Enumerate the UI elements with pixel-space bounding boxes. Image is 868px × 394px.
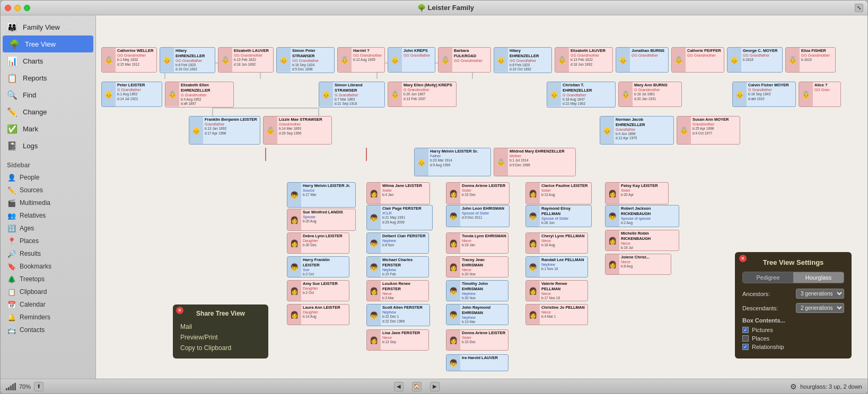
settings-tab-hourglass[interactable]: Hourglass — [793, 272, 844, 283]
settings-checkbox-pictures[interactable]: ✓ Pictures — [742, 327, 844, 333]
places-checkbox[interactable] — [742, 335, 749, 342]
person-card-michael-ferster[interactable]: 👦 Michael Charles FERSTER Nephew b:15 Fe… — [366, 256, 429, 277]
person-card-robert-rickenbaugh[interactable]: 👦 Robert Jackson RICKENBAUGH Spouse of s… — [605, 205, 679, 227]
person-card-george-moyer[interactable]: 👴 George C. MOYER GG Grandfather b:1816 — [727, 47, 783, 73]
settings-tab-pedigree[interactable]: Pedigree — [743, 272, 793, 283]
person-card-timothy-ehrisman[interactable]: 👦 Timothy John EHRISMAN Nephew b:20 Nov — [446, 280, 508, 301]
person-card-lisa-ferster[interactable]: 👩 Lisa Jane FERSTER Niece b:13 Sep — [366, 329, 429, 351]
person-card-simon-strawser[interactable]: 👴 Simon Peter STRAWSER GG Grandfather b:… — [276, 47, 335, 73]
settings-ancestors-select[interactable]: 3 generations 2 generations 4 generation… — [796, 289, 844, 299]
person-card-alice[interactable]: 👵 Alice ? GG Gran — [799, 82, 841, 107]
person-card-amy-leister[interactable]: 👩 Amy Sue LEISTER Daughter b:2 Oct — [287, 280, 349, 301]
sidebar-item-sources[interactable]: ✏️ Sources — [1, 184, 95, 196]
person-card-john-kreps[interactable]: 👴 John KREPS GG Grandfather — [388, 47, 435, 73]
person-card-harry-leister-jr[interactable]: 👦 Harry Melvin LEISTER Jr. Source b:17 M… — [287, 182, 356, 208]
person-card-franklin-leister[interactable]: 👴 Franklin Benjamin LEISTER Grandfather … — [189, 116, 260, 145]
sidebar-item-find[interactable]: 🔍 Find — [1, 86, 95, 103]
person-card-donna-leister[interactable]: 👩 Donna Arlene LEISTER Sister b:15 Dec — [446, 182, 510, 204]
person-card-catherie-peiffer[interactable]: 👵 Catherie PEIFFER GG Grandmother — [671, 47, 724, 73]
tree-area[interactable]: .pc-box { position: absolute; border-rad… — [96, 15, 867, 379]
person-card-mary-ann-burns[interactable]: 👵 Mary Ann BURNS G Grandmother b:18 Jul … — [618, 82, 682, 107]
settings-descendants-select[interactable]: 2 generations 1 generation 3 generations — [796, 303, 844, 313]
person-card-susan-moyer[interactable]: 👵 Susan Ann MOYER Grandmother b:25 Apr 1… — [677, 116, 740, 145]
person-card-christian-ehrenzeller[interactable]: 👴 Christian T. EHRENZELLER G Grandfather… — [547, 82, 616, 108]
sidebar-item-people[interactable]: 👤 People — [1, 171, 95, 184]
person-card-calvin-moyer[interactable]: 👴 Calvin Fisher MOYER G Grandfather b:18… — [732, 82, 796, 107]
person-card-eliza-fisher[interactable]: 👵 Eliza FISHER GG Grandmother b:1819 — [785, 47, 836, 73]
share-item-copy[interactable]: Copy to Clipboard — [180, 343, 261, 353]
person-card-norman-ehrenzeller[interactable]: 👴 Norman Jacob EHRENZELLER Grandfather b… — [600, 116, 674, 145]
sidebar-item-calendar[interactable]: 📅 Calendar — [1, 298, 95, 311]
person-card-clarice-leister[interactable]: 👩 Clarice Pauline LEISTER Sister b:13 Au… — [525, 182, 592, 204]
sidebar-item-reports[interactable]: 📋 Reports — [1, 69, 95, 86]
person-card-raymond-pellman[interactable]: 👦 Raymond Elroy PELLMAN Spouse of Sister… — [525, 205, 592, 227]
settings-popup-close[interactable]: ✕ — [739, 255, 747, 262]
share-item-preview[interactable]: Preview/Print — [180, 332, 261, 343]
person-card-laura-leister[interactable]: 👩 Laura Ann LEISTER Daughter b:14 Aug — [287, 304, 349, 325]
person-card-john-raymond-ehrisman[interactable]: 👦 John Raymond EHRISMAN Nephew b:13 Mar — [446, 304, 508, 325]
person-card-catherine-weller[interactable]: 👵 Catherine WELLER GG Grandmother b:1 Ma… — [101, 47, 157, 73]
person-card-jolene[interactable]: 👩 Jolene Christ... Niece b:8 Aug — [605, 254, 671, 275]
relationship-checkbox[interactable]: ✓ — [742, 344, 749, 350]
sidebar-item-places[interactable]: 📍 Places — [1, 235, 95, 247]
share-popup-close[interactable]: ✕ — [176, 307, 183, 314]
maximize-button[interactable] — [24, 5, 30, 11]
person-card-harriet[interactable]: 👵 Harriet ? GG Grandmother b:12 Aug 1905 — [337, 47, 385, 73]
sidebar-item-bookmarks[interactable]: 🔖 Bookmarks — [1, 260, 95, 273]
share-button[interactable]: ⬆ — [34, 382, 43, 391]
person-card-hilary-ehrenzeller-1[interactable]: 👴 Hilary EHRENZELLER GG Grandfather b:8 … — [160, 47, 215, 73]
minimize-button[interactable] — [14, 5, 21, 11]
person-card-hilary-ehrenzeller-2[interactable]: 👴 Hilary EHRENZELLER GG Grandfather b:8 … — [494, 47, 552, 73]
sidebar-item-results[interactable]: 🔎 Results — [1, 247, 95, 260]
settings-checkbox-places[interactable]: Places — [742, 335, 844, 342]
person-card-simon-librand[interactable]: 👴 Simon Librand STRAWSER G Grandfather b… — [319, 82, 385, 108]
share-item-mail[interactable]: Mail — [180, 321, 261, 332]
person-card-peter-leister[interactable]: 👴 Peter LEISTER G Grandfather b:1 Aug 18… — [101, 82, 162, 107]
person-card-randall-pellman[interactable]: 👦 Randall Lee PELLMAN Nephew b:1 Nov 19 — [525, 256, 588, 277]
person-card-cheryl-pellman[interactable]: 👩 Cheryl Lynn PELLMAN Niece b:16 Aug — [525, 232, 588, 254]
person-card-clair-ferster[interactable]: 👦 Clair Page FERSTER #CLR b:21 May 1931 … — [366, 205, 433, 230]
person-card-mary-ellen-kreps[interactable]: 👵 Mary Ellen (Molly) KREPS G Grandmother… — [388, 82, 457, 107]
person-card-sue-landis[interactable]: 👩 Sue Winifred LANDIS Spouse b:20 Aug — [287, 209, 356, 231]
sidebar-item-clipboard[interactable]: 📋 Clipboard — [1, 285, 95, 298]
person-card-harry-leister-sr[interactable]: 👴 Harry Melvin LEISTER Sr. Father b:23 M… — [414, 148, 491, 176]
sidebar-item-logs[interactable]: 📓 Logs — [1, 137, 95, 154]
sidebar-item-family-view[interactable]: 👨‍👩‍👧 Family View — [1, 19, 95, 35]
person-card-scott-ferster[interactable]: 👦 Scott Allen FERSTER Nephew b:22 Dec 1 … — [366, 304, 430, 326]
person-card-lizzie-strawser[interactable]: 👵 Lizzie Mae STRAWSER Grandmother b:14 M… — [263, 116, 332, 145]
person-card-tonda-ehrisman[interactable]: 👩 Tonda Lynn EHRISMAN Niece b:19 Jan — [446, 232, 508, 254]
nav-home-button[interactable]: 🏠 — [412, 382, 422, 391]
nav-back-button[interactable]: ◀ — [394, 382, 404, 391]
person-card-louann-ferster[interactable]: 👩 LouAnn Renee FERSTER Niece b:3 Mar — [366, 280, 429, 301]
sidebar-item-reminders[interactable]: 🔔 Reminders — [1, 311, 95, 324]
window-resize-button[interactable]: ⤡ — [855, 4, 863, 12]
sidebar-item-charts[interactable]: 📊 Charts — [1, 52, 95, 69]
person-card-elizabeth-lauver-1[interactable]: 👵 Elizabeth LAUVER GG Grandmother b:13 F… — [218, 47, 274, 73]
sidebar-item-tree-view[interactable]: 🌳 Tree View — [3, 35, 93, 52]
person-card-mildred-ehrenzeller[interactable]: 👵 Mildred Mary EHRENZELLER Mother b:1 Ju… — [494, 148, 576, 176]
close-button[interactable] — [5, 5, 11, 11]
sidebar-item-treetops[interactable]: 🌲 Treetops — [1, 273, 95, 285]
sidebar-item-change[interactable]: ✏️ Change — [1, 103, 95, 120]
sidebar-item-ages[interactable]: 🔢 Ages — [1, 222, 95, 235]
person-card-barbara-fulkroad[interactable]: 👵 Barbara FULKROAD GG Grandmother — [438, 47, 491, 73]
person-card-john-ehrisman[interactable]: 👦 John Leon EHRISMAN Spouse of Sister d:… — [446, 205, 510, 227]
person-card-elizabeth-lauver-2[interactable]: 👵 Elizabeth LAUVER GG Grandmother b:13 F… — [555, 47, 613, 73]
person-card-delbert-ferster[interactable]: 👦 Delbert Clair FERSTER Nephew b:8 Nov — [366, 232, 429, 254]
person-card-valerie-pellman[interactable]: 👩 Valerie Renee PELLMAN Niece b:17 Nov 1… — [525, 280, 588, 301]
person-card-harry-franklin[interactable]: 👦 Harry Franklin LEISTER Son b:2 Oct — [287, 256, 349, 277]
person-card-wilma-leister[interactable]: 👩 Wilma Jane LEISTER Sister b:4 Jan — [366, 182, 430, 204]
person-card-tracey-ehrisman[interactable]: 👩 Tracey Jean EHRISMAN Niece b:20 Nov — [446, 256, 508, 277]
person-card-jonathan-burns[interactable]: 👴 Jonathan BURNS GG Grandfather — [616, 47, 669, 73]
person-card-donna-leister-2[interactable]: 👩 Donna Arlene LEISTER Sister b:15 Dec — [446, 329, 508, 351]
sidebar-item-mark[interactable]: ✅ Mark — [1, 120, 95, 137]
settings-gear-icon[interactable]: ⚙ — [790, 382, 797, 391]
person-card-debra-leister[interactable]: 👩 Debra Lynn LEISTER Daughter b:30 Dec — [287, 232, 349, 254]
person-card-ira-lauver[interactable]: 👦 Ira Harold LAUVER — [446, 354, 508, 371]
settings-checkbox-relationship[interactable]: ✓ Relationship — [742, 344, 844, 350]
person-card-christine-pellman[interactable]: 👩 Christine Jo PELLMAN Niece b:4 Mar 1 — [525, 304, 588, 325]
person-card-michelle-rickenbaugh[interactable]: 👩 Michelle Robin RICKENBAUGH Niece b:19 … — [605, 230, 679, 251]
sidebar-item-multimedia[interactable]: 🎬 Multimedia — [1, 196, 95, 209]
nav-forward-button[interactable]: ▶ — [430, 382, 440, 391]
person-card-elizabeth-ehrenzeller[interactable]: 👵 Elizabeth Ellen EHRENZELLER G Grandmot… — [165, 82, 234, 108]
